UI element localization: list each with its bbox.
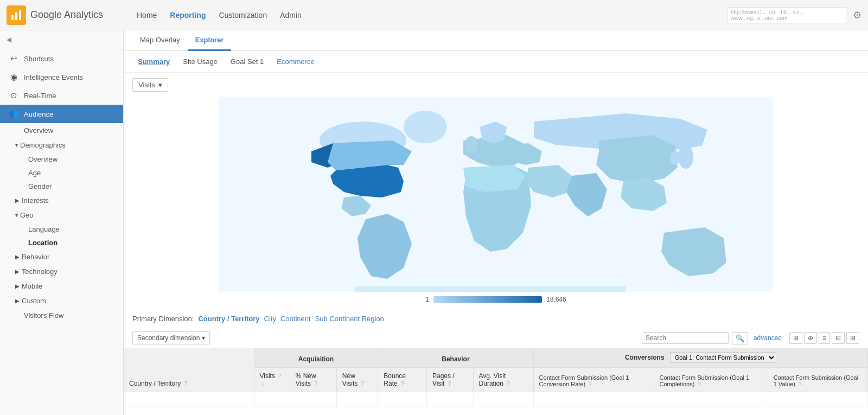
view-pie-chart-button[interactable]: ⊕ bbox=[804, 332, 817, 344]
col-goal-value: Contact Form Submission (Goal 1 Value) ? bbox=[768, 368, 867, 392]
view-comparison-button[interactable]: ⊟ bbox=[832, 332, 845, 344]
sidebar-item-demo-overview[interactable]: Overview bbox=[0, 152, 123, 166]
new-visits-help-icon[interactable]: ? bbox=[361, 381, 365, 387]
col-country-territory: Country / Territory ? bbox=[124, 348, 254, 392]
sub-tab-goal-set-1[interactable]: Goal Set 1 bbox=[225, 55, 269, 68]
acquisition-group-header: Acquisition bbox=[254, 348, 378, 368]
col-new-visits: New Visits ? bbox=[336, 368, 378, 392]
url-bar[interactable]: http://www.C... url... htt... v.c...www.… bbox=[727, 7, 846, 23]
sidebar-item-demo-gender[interactable]: Gender bbox=[0, 180, 123, 193]
visits-dropdown-button[interactable]: Visits ▾ bbox=[132, 78, 168, 92]
app-title: Google Analytics bbox=[30, 9, 103, 21]
secondary-dim-control: Secondary dimension ▾ bbox=[132, 331, 210, 344]
dimension-bar: Primary Dimension: Country / Territory C… bbox=[124, 309, 868, 328]
table-wrapper: Country / Territory ? Acquisition Behavi… bbox=[124, 348, 868, 407]
sidebar-item-language[interactable]: Language bbox=[0, 222, 123, 236]
sidebar-item-audience[interactable]: 👥 Audience bbox=[0, 105, 123, 123]
advanced-link[interactable]: advanced bbox=[754, 334, 782, 342]
secondary-dimension-button[interactable]: Secondary dimension ▾ bbox=[132, 331, 210, 344]
search-input[interactable] bbox=[642, 332, 729, 344]
sidebar-item-realtime[interactable]: ⊙ Real-Time bbox=[0, 86, 123, 105]
tab-bar: Map Overlay Explorer bbox=[124, 30, 868, 51]
sidebar-demographics-group[interactable]: ▾ Demographics bbox=[0, 138, 123, 152]
col-help-icon[interactable]: ? bbox=[184, 381, 187, 387]
dim-country-territory[interactable]: Country / Territory bbox=[198, 315, 259, 323]
primary-dimension-label: Primary Dimension: bbox=[132, 315, 194, 323]
sub-tab-site-usage[interactable]: Site Usage bbox=[177, 55, 223, 68]
avg-visit-help-icon[interactable]: ? bbox=[507, 381, 510, 387]
search-box: 🔍 advanced ⊞ ⊕ ≡ ⊟ ⊞ bbox=[642, 332, 859, 344]
sub-tab-summary[interactable]: Summary bbox=[132, 55, 175, 68]
map-area: 1 18,646 bbox=[124, 97, 868, 309]
sidebar-interests-group[interactable]: ▶ Interests bbox=[0, 193, 123, 208]
sidebar-item-overview[interactable]: Overview bbox=[0, 123, 123, 138]
dim-sub-continent[interactable]: Sub Continent Region bbox=[315, 315, 384, 323]
visits-help-icon[interactable]: ? bbox=[278, 373, 282, 379]
sidebar-item-visitors-flow[interactable]: Visitors Flow bbox=[0, 308, 123, 323]
svg-point-8 bbox=[670, 151, 680, 165]
demographics-arrow-icon: ▾ bbox=[15, 142, 18, 148]
view-bar-chart-button[interactable]: ≡ bbox=[819, 332, 830, 344]
secondary-dim-arrow-icon: ▾ bbox=[202, 334, 205, 342]
shortcuts-icon: ↩ bbox=[9, 54, 18, 63]
col-new-visits-pct: % New Visits ? bbox=[290, 368, 336, 392]
view-pivot-button[interactable]: ⊞ bbox=[846, 332, 859, 344]
sidebar-item-intelligence[interactable]: ◉ Intelligence Events bbox=[0, 68, 123, 86]
sidebar-item-location[interactable]: Location bbox=[0, 236, 123, 250]
settings-icon[interactable]: ⚙ bbox=[853, 9, 861, 21]
table-controls: Secondary dimension ▾ 🔍 advanced ⊞ ⊕ ≡ ⊟… bbox=[124, 328, 868, 348]
visits-dropdown-arrow-icon: ▾ bbox=[158, 81, 162, 89]
nav-right: http://www.C... url... htt... v.c...www.… bbox=[727, 7, 861, 23]
legend-max-value: 18,646 bbox=[546, 296, 566, 303]
logo-area: Google Analytics bbox=[7, 5, 115, 25]
nav-reporting[interactable]: Reporting bbox=[170, 11, 206, 20]
behavior-arrow-icon: ▶ bbox=[15, 254, 20, 260]
conversions-group-header: Conversions Goal 1: Contact Form Submiss… bbox=[533, 348, 867, 368]
legend-color-bar bbox=[433, 296, 542, 303]
nav-home[interactable]: Home bbox=[137, 11, 157, 20]
main-layout: ◀ ↩ Shortcuts ◉ Intelligence Events ⊙ Re… bbox=[0, 30, 868, 415]
sidebar-item-shortcuts[interactable]: ↩ Shortcuts bbox=[0, 49, 123, 68]
toggle-arrow-icon: ◀ bbox=[7, 36, 11, 43]
sidebar-item-demo-age[interactable]: Age bbox=[0, 166, 123, 180]
audience-icon: 👥 bbox=[9, 109, 18, 119]
pages-visit-help-icon[interactable]: ? bbox=[448, 381, 451, 387]
completions-help-icon[interactable]: ? bbox=[698, 381, 701, 387]
nav-customization[interactable]: Customization bbox=[219, 11, 267, 20]
tab-map-overlay[interactable]: Map Overlay bbox=[132, 30, 188, 51]
world-map-svg bbox=[219, 97, 773, 292]
legend-min-value: 1 bbox=[425, 296, 429, 303]
goal-select[interactable]: Goal 1: Contact Form Submission bbox=[670, 352, 776, 363]
technology-arrow-icon: ▶ bbox=[15, 269, 20, 274]
sidebar-custom-group[interactable]: ▶ Custom bbox=[0, 293, 123, 308]
sidebar-toggle[interactable]: ◀ bbox=[0, 30, 123, 49]
col-bounce-rate: Bounce Rate ? bbox=[378, 368, 427, 392]
sidebar-mobile-group[interactable]: ▶ Mobile bbox=[0, 279, 123, 293]
goal-value-help-icon[interactable]: ? bbox=[799, 381, 802, 387]
col-completions: Contact Form Submission (Goal 1 Completi… bbox=[654, 368, 768, 392]
view-data-table-button[interactable]: ⊞ bbox=[789, 332, 802, 344]
sidebar-behavior-group[interactable]: ▶ Behavior bbox=[0, 250, 123, 264]
bounce-rate-help-icon[interactable]: ? bbox=[401, 381, 404, 387]
conversion-rate-help-icon[interactable]: ? bbox=[589, 381, 592, 387]
col-pages-visit: Pages / Visit ? bbox=[426, 368, 473, 392]
realtime-icon: ⊙ bbox=[9, 91, 18, 100]
tab-explorer[interactable]: Explorer bbox=[188, 30, 232, 51]
sidebar-technology-group[interactable]: ▶ Technology bbox=[0, 264, 123, 279]
sidebar-geo-group[interactable]: ▾ Geo bbox=[0, 208, 123, 222]
dim-continent[interactable]: Continent bbox=[280, 315, 311, 323]
geo-arrow-icon: ▾ bbox=[15, 212, 18, 218]
dim-city[interactable]: City bbox=[264, 315, 276, 323]
nav-admin[interactable]: Admin bbox=[280, 11, 302, 20]
table-row bbox=[124, 392, 868, 407]
search-button[interactable]: 🔍 bbox=[732, 332, 748, 344]
visits-sort-icon[interactable]: ↓ bbox=[262, 381, 265, 387]
svg-rect-9 bbox=[355, 286, 626, 292]
col-avg-visit-duration: Avg. Visit Duration ? bbox=[473, 368, 533, 392]
sub-tab-ecommerce[interactable]: Ecommerce bbox=[271, 55, 320, 68]
col-conversion-rate: Contact Form Submission (Goal 1 Conversi… bbox=[533, 368, 654, 392]
content-area: Map Overlay Explorer Summary Site Usage … bbox=[124, 30, 868, 415]
new-visits-pct-help-icon[interactable]: ? bbox=[314, 381, 317, 387]
sidebar-audience-sub: Overview ▾ Demographics Overview Age Gen… bbox=[0, 123, 123, 323]
map-legend: 1 18,646 bbox=[425, 296, 566, 303]
